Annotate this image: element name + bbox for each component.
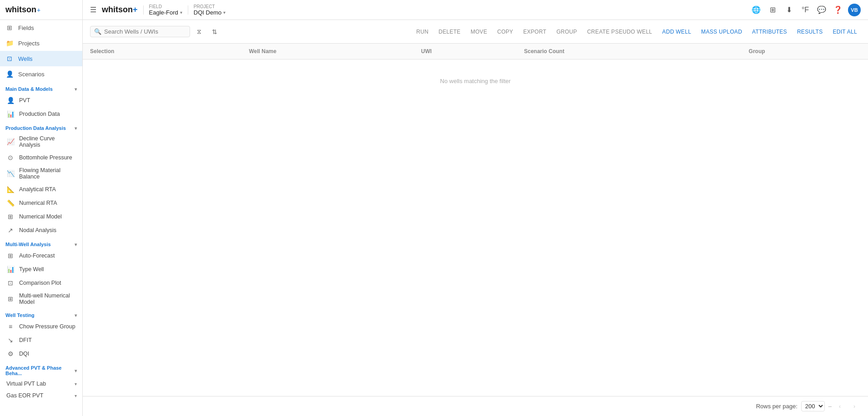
sidebar-top-nav: ⊞Fields📁Projects⊡Wells👤Scenarios <box>0 20 82 82</box>
pagination-next-button[interactable]: › <box>848 400 861 413</box>
globe-icon[interactable]: 🌐 <box>750 4 763 16</box>
delete-button[interactable]: DELETE <box>435 27 464 37</box>
rows-per-page-select[interactable]: 200 10 25 50 100 <box>801 401 825 411</box>
sidebar-item-chow-pressure[interactable]: ≡Chow Pressure Group <box>0 320 82 333</box>
section-header-production-data-analysis[interactable]: Production Data Analysis▾ <box>0 123 82 133</box>
wells-table-container: Selection Well Name UWI Scenario Count G… <box>83 44 868 396</box>
section-header-multi-well[interactable]: Multi-Well Analysis▾ <box>0 239 82 249</box>
col-uwi: UWI <box>414 44 517 59</box>
sidebar-sections: Main Data & Models▾👤PVT📊Production DataP… <box>0 82 82 401</box>
logo-plus: + <box>37 6 40 14</box>
section-label-production-data-analysis: Production Data Analysis <box>5 125 66 131</box>
results-button[interactable]: RESULTS <box>793 27 827 37</box>
sidebar-item-auto-forecast[interactable]: ⊞Auto-Forecast <box>0 249 82 262</box>
add-well-button[interactable]: ADD WELL <box>658 27 695 37</box>
section-header-advanced-pvt[interactable]: Advanced PVT & Phase Beha...▾ <box>0 362 82 378</box>
topbar-divider-2 <box>188 5 188 15</box>
field-selector[interactable]: Field Eagle-Ford ▾ <box>149 4 182 16</box>
sidebar-item-multi-numerical[interactable]: ⊞Multi-well Numerical Model <box>0 290 82 308</box>
sidebar-item-gas-eor-pvt[interactable]: Gas EOR PVT▾ <box>0 390 82 401</box>
edit-all-button[interactable]: EDIT ALL <box>829 27 861 37</box>
topbar-divider <box>143 5 144 15</box>
chat-icon[interactable]: 💬 <box>815 4 828 16</box>
sidebar-label-pvt: PVT <box>19 97 30 104</box>
project-dropdown-arrow: ▾ <box>223 10 226 15</box>
sidebar-item-dqi[interactable]: ⚙DQI <box>0 347 82 361</box>
search-input-wrapper[interactable]: 🔍 <box>90 26 190 37</box>
grid-icon[interactable]: ⊞ <box>766 4 779 16</box>
sidebar-label-bottomhole-pressure: Bottomhole Pressure <box>19 154 72 161</box>
filter-icon[interactable]: ⧖ <box>193 25 206 38</box>
sidebar-label-fields: Fields <box>18 25 34 31</box>
help-icon[interactable]: ❓ <box>832 4 844 16</box>
numerical-model-icon: ⊞ <box>6 213 15 221</box>
wells-icon: ⊡ <box>5 54 14 63</box>
sidebar-item-virtual-pvt-lab[interactable]: Virtual PVT Lab▾ <box>0 378 82 390</box>
sidebar-item-comparison-plot[interactable]: ⊡Comparison Plot <box>0 276 82 290</box>
sidebar-item-analytical-rta[interactable]: 📐Analytical RTA <box>0 183 82 196</box>
gas-eor-pvt-chevron: ▾ <box>75 393 77 398</box>
production-data-icon: 📊 <box>6 110 15 118</box>
mass-upload-button[interactable]: MASS UPLOAD <box>697 27 746 37</box>
pvt-icon: 👤 <box>6 96 15 104</box>
sidebar-item-numerical-rta[interactable]: 📏Numerical RTA <box>0 196 82 210</box>
pagination-prev-button[interactable]: ‹ <box>833 400 846 413</box>
projects-icon: 📁 <box>5 39 14 47</box>
export-button[interactable]: EXPORT <box>520 27 550 37</box>
project-value[interactable]: DQI Demo ▾ <box>194 9 226 16</box>
section-label-advanced-pvt: Advanced PVT & Phase Beha... <box>5 365 75 376</box>
sidebar-item-nodal-analysis[interactable]: ↗Nodal Analysis <box>0 223 82 237</box>
chow-pressure-icon: ≡ <box>6 322 15 331</box>
sidebar-label-chow-pressure: Chow Pressure Group <box>19 323 75 330</box>
project-selector[interactable]: Project DQI Demo ▾ <box>194 4 226 16</box>
sidebar-item-decline-curve[interactable]: 📈Decline Curve Analysis <box>0 133 82 151</box>
fields-icon: ⊞ <box>5 24 14 32</box>
section-header-main-data[interactable]: Main Data & Models▾ <box>0 84 82 94</box>
search-input[interactable] <box>104 28 186 35</box>
sidebar-label-dqi: DQI <box>19 351 29 357</box>
pagination-dash: – <box>828 403 832 410</box>
sidebar-item-flowing-material[interactable]: 📉Flowing Material Balance <box>0 164 82 183</box>
sidebar-item-wells[interactable]: ⊡Wells <box>0 51 82 66</box>
hamburger-icon[interactable]: ☰ <box>90 5 96 14</box>
copy-button[interactable]: COPY <box>493 27 517 37</box>
search-icon: 🔍 <box>94 28 101 35</box>
project-label: Project <box>194 4 226 9</box>
sidebar-logo: whitson+ <box>0 0 82 20</box>
run-button[interactable]: RUN <box>413 27 432 37</box>
create-pseudo-well-button[interactable]: CREATE PSEUDO WELL <box>583 27 656 37</box>
table-header-row: Selection Well Name UWI Scenario Count G… <box>83 44 868 59</box>
comparison-plot-icon: ⊡ <box>6 279 15 287</box>
sidebar-item-fields[interactable]: ⊞Fields <box>0 20 82 35</box>
sidebar-label-gas-eor-pvt: Gas EOR PVT <box>6 392 43 399</box>
temperature-icon[interactable]: °F <box>799 4 812 16</box>
section-chevron-well-testing: ▾ <box>75 313 77 318</box>
logo-text: whitson <box>5 5 36 15</box>
sidebar-item-pvt[interactable]: 👤PVT <box>0 94 82 107</box>
type-well-icon: 📊 <box>6 265 15 273</box>
attributes-button[interactable]: ATTRIBUTES <box>748 27 791 37</box>
sidebar-item-scenarios[interactable]: 👤Scenarios <box>0 66 82 82</box>
sidebar-label-wells: Wells <box>18 55 33 62</box>
sidebar-label-dfit: DFIT <box>19 337 32 343</box>
section-label-well-testing: Well Testing <box>5 312 35 318</box>
field-value[interactable]: Eagle-Ford ▾ <box>149 9 182 16</box>
sidebar-item-dfit[interactable]: ↘DFIT <box>0 333 82 347</box>
sort-icon[interactable]: ⇅ <box>208 25 221 38</box>
section-header-well-testing[interactable]: Well Testing▾ <box>0 310 82 320</box>
sidebar-item-numerical-model[interactable]: ⊞Numerical Model <box>0 210 82 223</box>
move-button[interactable]: MOVE <box>467 27 491 37</box>
user-avatar[interactable]: VB <box>848 4 861 16</box>
sidebar-label-multi-numerical: Multi-well Numerical Model <box>19 292 77 305</box>
sidebar-item-projects[interactable]: 📁Projects <box>0 35 82 51</box>
sidebar-item-bottomhole-pressure[interactable]: ⊙Bottomhole Pressure <box>0 151 82 164</box>
col-scenario-count: Scenario Count <box>517 44 742 59</box>
virtual-pvt-lab-chevron: ▾ <box>75 381 77 386</box>
sidebar-label-production-data: Production Data <box>19 111 60 117</box>
section-chevron-multi-well: ▾ <box>75 242 77 247</box>
sidebar-item-type-well[interactable]: 📊Type Well <box>0 262 82 276</box>
col-group: Group <box>742 44 868 59</box>
download-icon[interactable]: ⬇ <box>783 4 795 16</box>
sidebar-item-production-data[interactable]: 📊Production Data <box>0 107 82 121</box>
group-button[interactable]: GROUP <box>553 27 581 37</box>
